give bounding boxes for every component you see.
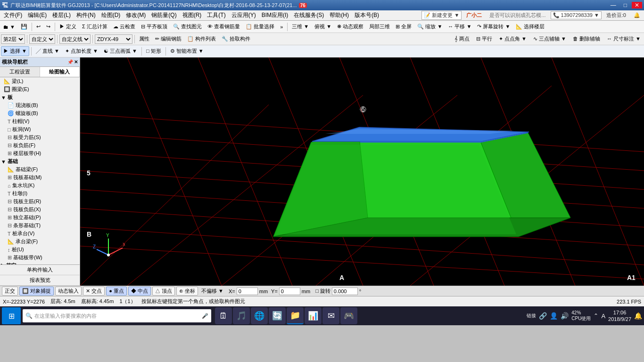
btn-coord[interactable]: ⊕ 坐标 (176, 287, 198, 296)
btn-find[interactable]: 🔍 查找图元 (171, 22, 204, 32)
btn-single-input[interactable]: 单构件输入 (0, 265, 80, 275)
btn-three-arc[interactable]: ☯ 三点画弧 ▼ (101, 46, 140, 56)
menu-online[interactable]: 在线服务(S) (291, 10, 327, 20)
btn-topview[interactable]: 俯视 ▼ (312, 22, 334, 32)
menu-file[interactable]: 文件(F) (1, 10, 25, 20)
btn-pan[interactable]: ↔ 平移 ▼ (446, 22, 474, 32)
btn-endpoint[interactable]: ● 重点 (106, 287, 127, 296)
tree-item-jishuikeng[interactable]: ⌂集水坑(K) (0, 181, 80, 189)
tray-clock[interactable]: 17:06 2018/9/27 (608, 309, 631, 323)
btn-component-list[interactable]: 📋 构件列表 (185, 34, 218, 44)
btn-cloud-check[interactable]: ☁ 云检查 (111, 22, 138, 32)
tree-item-faban-fujin[interactable]: ⊟筏板负筋(X) (0, 206, 80, 214)
btn-midpoint[interactable]: ◆ 中点 (128, 287, 151, 296)
btn-intersection[interactable]: ✕ 交点 (83, 287, 105, 296)
btn-three-point-aux[interactable]: ∿ 三点辅轴 ▼ (531, 34, 569, 44)
btn-obj-snap[interactable]: 🔲 对象捕捉 (19, 287, 54, 296)
menu-bell-icon[interactable]: 🔔 (631, 11, 643, 19)
menu-rebar[interactable]: 钢筋量(Q) (149, 10, 179, 20)
menu-phone[interactable]: 📞 13907298339 ▼ (551, 11, 602, 19)
tree-item-zhudun[interactable]: T柱墩(I) (0, 189, 80, 197)
tree-item-chengtailiang[interactable]: 📐承台梁(F) (0, 238, 80, 246)
tree-item-luoxuan[interactable]: 🌀螺旋板(B) (0, 109, 80, 117)
btn-undo[interactable]: ↩ (34, 22, 43, 31)
tree-item-faban-zhujin[interactable]: ⊟筏板主筋(R) (0, 197, 80, 206)
btn-dim[interactable]: ↔ 尺寸标注 ▼ (604, 34, 643, 44)
tree-item-faban[interactable]: ⊞筏板基础(M) (0, 173, 80, 181)
line-type-select[interactable]: 自定义线 (59, 34, 91, 44)
tray-arrow-up[interactable]: ⌃ (594, 313, 598, 319)
rotate-input[interactable] (332, 288, 358, 295)
btn-calc[interactable]: Σ 汇总计算 (80, 22, 110, 32)
tree-item-fujin[interactable]: ⊟板负筋(F) (0, 141, 80, 149)
btn-smart-layout[interactable]: ⚙ 智能布置 ▼ (168, 46, 206, 56)
btn-pick-component[interactable]: 🔧 拾取构件 (219, 34, 253, 44)
tree-item-quanliang[interactable]: 🔲圈梁(E) (0, 85, 80, 93)
menu-component[interactable]: 构件(N) (74, 10, 99, 20)
btn-view-rebar[interactable]: 👁 查看钢筋量 (205, 22, 242, 32)
btn-fullscreen[interactable]: ⊞ 全屏 (393, 22, 414, 32)
x-input[interactable] (237, 288, 258, 295)
sidebar-header-icons[interactable]: 📌 ✕ (67, 59, 78, 65)
sidebar-pin-icon[interactable]: 📌 (67, 59, 73, 65)
menu-new-change[interactable]: 📝 新建变更 ▼ (421, 11, 462, 20)
btn-line[interactable]: ╱ 直线 ▼ (33, 46, 62, 56)
tree-group-ban[interactable]: ▼ 板 (0, 93, 80, 101)
btn-zoom[interactable]: 🔍 缩放 ▼ (415, 22, 445, 32)
tray-network-icon[interactable]: 🔗 (539, 312, 547, 320)
btn-save[interactable]: 💾 (18, 22, 30, 31)
taskbar-app-email[interactable]: ✉ (322, 307, 339, 324)
y-input[interactable] (279, 288, 300, 295)
btn-dynamic-input[interactable]: 动态输入 (55, 287, 82, 296)
tray-notification[interactable]: 🔔 (634, 312, 642, 320)
taskbar-app-folder[interactable]: 📁 (287, 307, 304, 324)
menu-floor[interactable]: 楼层(L) (50, 10, 74, 20)
viewport[interactable]: 6 5 B A A1 X Y Z (80, 58, 644, 286)
tree-item-zhuangtai[interactable]: T桩承台(V) (0, 230, 80, 238)
tree-item-shoulijin[interactable]: ⊟板受力筋(S) (0, 133, 80, 141)
taskbar-app-calendar[interactable]: 🗓 (215, 307, 232, 324)
maximize-button[interactable]: □ (621, 2, 630, 8)
taskbar-app-music[interactable]: 🎵 (233, 307, 250, 324)
btn-align-top[interactable]: ⊟ 平齐板顶 (139, 22, 170, 32)
menu-view[interactable]: 视图(R) (180, 10, 205, 20)
btn-select-floor[interactable]: 📐 选择楼层 (513, 22, 547, 32)
taskbar-app-update[interactable]: 🔄 (269, 307, 286, 324)
btn-report[interactable]: 报表预览 (0, 275, 80, 286)
btn-rect[interactable]: □ 矩形 (144, 46, 164, 56)
tree-item-xianjiao[interactable]: 📄现浇板(B) (0, 101, 80, 109)
tray-volume-icon[interactable]: 🔊 (561, 312, 569, 320)
btn-batch-select[interactable]: 📋 批量选择 (243, 22, 277, 32)
btn-edit-rebar[interactable]: ✏ 编辑钢筋 (153, 34, 184, 44)
menu-tools[interactable]: 工具(T) (204, 10, 228, 20)
btn-vertex[interactable]: △ 顶点 (152, 287, 175, 296)
btn-select[interactable]: ▶ 选择 ▼ (1, 46, 29, 56)
start-button[interactable]: ⊞ (2, 307, 21, 324)
btn-angle[interactable]: ✦ 点点角 ▼ (496, 34, 529, 44)
tray-keyboard[interactable]: A (601, 313, 605, 320)
menu-draw[interactable]: 绘图(D) (99, 10, 124, 20)
menu-version[interactable]: 版本号(B) (352, 10, 382, 20)
tree-item-zhuma[interactable]: T柱帽(V) (0, 117, 80, 125)
btn-del-aux[interactable]: 🗑 删除辅轴 (570, 34, 603, 44)
btn-two-point[interactable]: 𝄞 两点 (452, 34, 472, 44)
tree-group-jichu[interactable]: ▼ 基础 (0, 157, 80, 165)
btn-3d[interactable]: 三维 ▼ (289, 22, 311, 32)
btn-redo[interactable]: ↪ (44, 22, 53, 31)
menu-bim[interactable]: BIM应用(I) (259, 10, 291, 20)
btn-point-length[interactable]: ✦ 点加长度 ▼ (63, 46, 100, 56)
minimize-button[interactable]: — (608, 2, 619, 8)
btn-more[interactable]: » (278, 23, 285, 31)
close-button[interactable]: ✕ (632, 2, 642, 8)
tree-item-duli[interactable]: ⊞独立基础(P) (0, 214, 80, 222)
menu-help[interactable]: 帮助(H) (327, 10, 352, 20)
btn-parallel[interactable]: ⊟ 平行 (474, 34, 495, 44)
view-select[interactable]: 自定义 (29, 34, 55, 44)
btn-open[interactable]: 🖿 ▼ (1, 23, 17, 31)
taskbar-search[interactable]: 🔍 在这里输入你要搜索的内容 🎤 (23, 309, 211, 322)
tree-item-pile[interactable]: ↕桩(U) (0, 246, 80, 254)
tree-item-bandong[interactable]: □板洞(W) (0, 125, 80, 133)
3d-view[interactable]: 6 5 B A A1 X Y Z (80, 58, 644, 286)
tab-project-settings[interactable]: 工程设置 (0, 67, 40, 77)
btn-local-3d[interactable]: 局部三维 (367, 22, 392, 32)
